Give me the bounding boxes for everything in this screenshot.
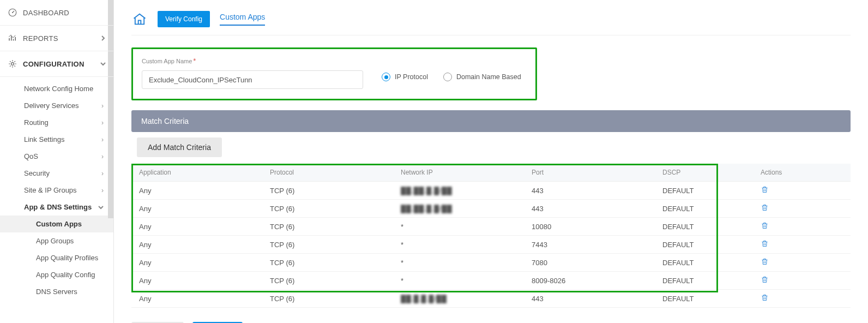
cell-actions xyxy=(753,254,851,272)
table-row: AnyTCP (6)*10080DEFAULT xyxy=(131,218,851,236)
main-content: Verify Config Custom Apps Custom App Nam… xyxy=(114,0,868,323)
table-header-row: Application Protocol Network IP Port DSC… xyxy=(131,164,851,182)
table-row: AnyTCP (6)██.█.█.█/██443DEFAULT xyxy=(131,290,851,308)
radio-ip-label: IP Protocol xyxy=(395,73,428,81)
trash-icon[interactable] xyxy=(761,276,769,284)
cell-application: Any xyxy=(131,272,262,290)
table-row: AnyTCP (6)*8009-8026DEFAULT xyxy=(131,272,851,290)
sidebar-item-app-groups[interactable]: App Groups xyxy=(0,232,113,249)
col-network-ip: Network IP xyxy=(393,164,524,182)
app-type-radio-group: IP Protocol Domain Name Based xyxy=(382,73,521,81)
cell-application: Any xyxy=(131,182,262,200)
match-criteria-table: Application Protocol Network IP Port DSC… xyxy=(131,164,851,308)
nav-configuration-label: CONFIGURATION xyxy=(23,60,95,68)
svg-point-2 xyxy=(11,63,14,65)
trash-icon[interactable] xyxy=(761,294,769,302)
sidebar-item-label: QoS xyxy=(24,152,38,160)
gear-icon xyxy=(8,59,17,69)
cell-network-ip: ██.██.█.█/██ xyxy=(393,182,524,200)
cell-application: Any xyxy=(131,236,262,254)
cell-network-ip: ██.██.█.█/██ xyxy=(393,200,524,218)
cell-actions xyxy=(753,290,851,308)
bars-icon xyxy=(8,33,17,43)
cell-application: Any xyxy=(131,218,262,236)
table-row: AnyTCP (6)*7080DEFAULT xyxy=(131,254,851,272)
table-row: AnyTCP (6)██.██.█.█/██443DEFAULT xyxy=(131,200,851,218)
cell-port: 443 xyxy=(524,290,655,308)
col-actions: Actions xyxy=(753,164,851,182)
cell-actions xyxy=(753,182,851,200)
sidebar-item-custom-apps[interactable]: Custom Apps xyxy=(0,216,113,232)
radio-dot-icon xyxy=(382,73,390,81)
breadcrumb-custom-apps[interactable]: Custom Apps xyxy=(220,13,265,26)
home-icon[interactable] xyxy=(131,11,148,27)
sidebar-item-routing[interactable]: Routing › xyxy=(0,114,113,131)
nav-reports[interactable]: REPORTS xyxy=(0,26,113,51)
gauge-icon xyxy=(8,8,17,17)
cell-port: 443 xyxy=(524,200,655,218)
col-port: Port xyxy=(524,164,655,182)
sidebar-item-qos[interactable]: QoS › xyxy=(0,148,113,165)
cell-port: 8009-8026 xyxy=(524,272,655,290)
cell-dscp: DEFAULT xyxy=(655,218,753,236)
cell-protocol: TCP (6) xyxy=(262,254,393,272)
cell-dscp: DEFAULT xyxy=(655,182,753,200)
sidebar-item-link-settings[interactable]: Link Settings › xyxy=(0,131,113,148)
cell-protocol: TCP (6) xyxy=(262,236,393,254)
match-criteria-table-wrap: Application Protocol Network IP Port DSC… xyxy=(131,164,851,308)
sidebar-item-network-config-home[interactable]: Network Config Home xyxy=(0,80,113,97)
required-asterisk: * xyxy=(193,57,196,65)
verify-config-button[interactable]: Verify Config xyxy=(158,11,210,27)
nav-dashboard[interactable]: DASHBOARD xyxy=(0,0,113,26)
cell-dscp: DEFAULT xyxy=(655,236,753,254)
add-match-criteria-button[interactable]: Add Match Criteria xyxy=(137,137,222,157)
sidebar-item-security[interactable]: Security › xyxy=(0,165,113,182)
sidebar: DASHBOARD REPORTS CONFIGURATION Network … xyxy=(0,0,114,323)
trash-icon[interactable] xyxy=(761,204,769,212)
chevron-down-icon xyxy=(100,61,106,67)
trash-icon[interactable] xyxy=(761,240,769,248)
sidebar-item-label: Network Config Home xyxy=(24,85,93,93)
cell-dscp: DEFAULT xyxy=(655,272,753,290)
sidebar-item-app-quality-config[interactable]: App Quality Config xyxy=(0,266,113,283)
cell-actions xyxy=(753,272,851,290)
cell-protocol: TCP (6) xyxy=(262,182,393,200)
cell-network-ip: * xyxy=(393,272,524,290)
config-sub-list: Network Config Home Delivery Services › … xyxy=(0,77,113,303)
trash-icon[interactable] xyxy=(761,186,769,194)
radio-ip-protocol[interactable]: IP Protocol xyxy=(382,73,428,81)
sidebar-item-app-quality-profiles[interactable]: App Quality Profiles xyxy=(0,249,113,266)
sidebar-item-label: Site & IP Groups xyxy=(24,186,77,194)
match-criteria-header: Match Criteria xyxy=(131,110,851,132)
custom-app-name-label: Custom App Name xyxy=(142,58,192,64)
cell-dscp: DEFAULT xyxy=(655,290,753,308)
cell-network-ip: * xyxy=(393,236,524,254)
cell-protocol: TCP (6) xyxy=(262,272,393,290)
cell-application: Any xyxy=(131,200,262,218)
chevron-down-icon xyxy=(98,205,104,210)
cell-actions xyxy=(753,200,851,218)
sidebar-item-dns-servers[interactable]: DNS Servers xyxy=(0,283,113,300)
cell-port: 443 xyxy=(524,182,655,200)
trash-icon[interactable] xyxy=(761,258,769,266)
custom-app-name-input[interactable] xyxy=(142,70,363,89)
radio-domain-based[interactable]: Domain Name Based xyxy=(443,73,521,81)
sidebar-item-label: Routing xyxy=(24,118,49,127)
cell-port: 7080 xyxy=(524,254,655,272)
trash-icon[interactable] xyxy=(761,222,769,230)
custom-app-name-box: Custom App Name* IP Protocol Domain Name… xyxy=(131,47,537,100)
sidebar-item-app-dns-settings[interactable]: App & DNS Settings xyxy=(0,199,113,216)
radio-dot-icon xyxy=(443,73,452,81)
sidebar-item-delivery-services[interactable]: Delivery Services › xyxy=(0,97,113,114)
app-dns-sub-list: Custom Apps App Groups App Quality Profi… xyxy=(0,216,113,300)
chevron-right-icon: › xyxy=(101,170,104,177)
sidebar-item-site-ip-groups[interactable]: Site & IP Groups › xyxy=(0,182,113,199)
chevron-right-icon: › xyxy=(101,187,104,194)
nav-configuration[interactable]: CONFIGURATION xyxy=(0,51,113,77)
cell-network-ip: * xyxy=(393,254,524,272)
table-row: AnyTCP (6)*7443DEFAULT xyxy=(131,236,851,254)
cell-port: 7443 xyxy=(524,236,655,254)
col-application: Application xyxy=(131,164,262,182)
cell-protocol: TCP (6) xyxy=(262,218,393,236)
nav-dashboard-label: DASHBOARD xyxy=(23,9,106,17)
